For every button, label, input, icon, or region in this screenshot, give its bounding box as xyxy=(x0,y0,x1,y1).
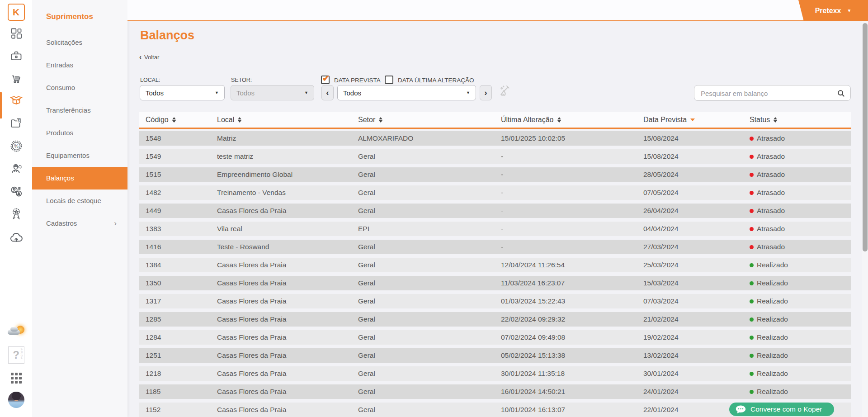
column-header-setor[interactable]: Setor xyxy=(358,112,501,128)
module-title: Suprimentos xyxy=(32,0,127,21)
table-row[interactable]: 1515 Empreendimento Global Geral - 28/05… xyxy=(139,167,851,182)
sidebar-item-entradas[interactable]: Entradas xyxy=(32,54,127,76)
cell-ultima-alteracao: 22/02/2024 09:29:32 xyxy=(501,315,643,323)
svg-text:%: % xyxy=(14,143,19,149)
cell-status: Atrasado xyxy=(750,243,851,251)
cell-status: Realizado xyxy=(750,297,851,305)
cell-data-prevista: 07/03/2024 xyxy=(643,297,750,305)
setor-label: SETOR: xyxy=(231,77,252,83)
table-row[interactable]: 1549 teste matriz Geral - 15/08/2024 Atr… xyxy=(139,149,851,164)
discounts-percent-icon[interactable]: % xyxy=(0,139,32,153)
cloud-upload-icon[interactable] xyxy=(0,231,32,245)
weather-icon[interactable] xyxy=(0,325,32,337)
cell-codigo: 1548 xyxy=(146,134,217,142)
people-security-icon[interactable] xyxy=(0,185,32,198)
sidebar-item-equipamentos[interactable]: Equipamentos xyxy=(32,144,127,167)
workforce-icon[interactable] xyxy=(0,162,32,175)
cell-ultima-alteracao: - xyxy=(501,152,643,161)
table-row[interactable]: 1284 Casas Flores da Praia Geral 07/02/2… xyxy=(139,330,851,345)
cell-ultima-alteracao: 11/03/2024 16:23:07 xyxy=(501,279,643,287)
cell-local: Empreendimento Global xyxy=(217,171,358,179)
column-header-data-prevista[interactable]: Data Prevista xyxy=(643,112,750,128)
koper-chat-button[interactable]: Converse com o Koper xyxy=(729,403,834,416)
data-ultima-checkbox[interactable] xyxy=(385,76,393,84)
cell-setor: Geral xyxy=(358,370,501,378)
chevron-left-icon: ‹ xyxy=(139,53,142,61)
table-row[interactable]: 1350 Casas Flores da Praia Geral 11/03/2… xyxy=(139,276,851,290)
help-icon[interactable]: ? AJUDA xyxy=(0,346,32,364)
column-header-status[interactable]: Status xyxy=(750,112,851,128)
icon-sidebar: K xyxy=(0,0,32,417)
period-select[interactable]: Todos▼ xyxy=(337,85,476,100)
cell-data-prevista: 24/01/2024 xyxy=(643,388,750,396)
status-label: Atrasado xyxy=(757,171,785,179)
table-row[interactable]: 1449 Casas Flores da Praia Geral - 26/04… xyxy=(139,204,851,218)
cell-codigo: 1285 xyxy=(146,315,217,323)
cell-codigo: 1515 xyxy=(146,171,217,179)
cell-data-prevista: 26/04/2024 xyxy=(643,207,750,215)
page-title: Balanços xyxy=(140,28,194,43)
table-row[interactable]: 1384 Casas Flores da Praia Geral 12/04/2… xyxy=(139,258,851,272)
quality-award-icon[interactable] xyxy=(0,207,32,220)
cell-setor: Geral xyxy=(358,171,501,179)
data-ultima-label: DATA ÚLTIMA ALTERAÇÃO xyxy=(398,77,474,84)
table-row[interactable]: 1317 Casas Flores da Praia Geral 01/03/2… xyxy=(139,294,851,308)
sidebar-item-produtos[interactable]: Produtos xyxy=(32,122,127,144)
user-avatar[interactable] xyxy=(0,392,32,408)
supplies-box-icon[interactable] xyxy=(0,93,32,107)
search-input[interactable] xyxy=(700,86,833,101)
cell-ultima-alteracao: - xyxy=(501,225,643,233)
cell-ultima-alteracao: 01/03/2024 15:22:43 xyxy=(501,297,643,305)
table-row[interactable]: 1548 Matriz ALMOXARIFADO 15/01/2025 10:0… xyxy=(139,131,851,146)
table-row[interactable]: 1251 Casas Flores da Praia Geral 05/02/2… xyxy=(139,348,851,363)
table-row[interactable]: 1285 Casas Flores da Praia Geral 22/02/2… xyxy=(139,312,851,327)
sidebar-item-transferencias[interactable]: Transferências xyxy=(32,99,127,122)
purchases-cart-icon[interactable] xyxy=(0,72,32,85)
table-row[interactable]: 1482 Treinamento - Vendas Geral - 07/05/… xyxy=(139,185,851,200)
top-bar xyxy=(127,0,868,21)
app-grid-icon[interactable] xyxy=(0,373,32,384)
cell-ultima-alteracao: 10/01/2024 16:13:07 xyxy=(501,406,643,414)
cell-setor: Geral xyxy=(358,351,501,360)
cell-local: teste matriz xyxy=(217,152,358,161)
table-row[interactable]: 1383 Vila real EPI - 04/04/2024 Atrasado xyxy=(139,222,851,236)
cell-setor: Geral xyxy=(358,189,501,197)
sidebar-item-locais-de-estoque[interactable]: Locais de estoque xyxy=(32,190,127,212)
cell-local: Casas Flores da Praia xyxy=(217,279,358,287)
data-prevista-checkbox[interactable] xyxy=(321,76,330,84)
sidebar-item-solicitacoes[interactable]: Solicitações xyxy=(32,31,127,54)
column-header-ultima-alteracao[interactable]: Última Alteração xyxy=(501,112,643,128)
status-dot xyxy=(750,173,754,177)
setor-select[interactable]: Todos▼ xyxy=(231,85,314,100)
dashboard-icon[interactable] xyxy=(0,27,32,40)
status-label: Realizado xyxy=(757,261,788,269)
cell-setor: Geral xyxy=(358,152,501,161)
account-menu-button[interactable]: Pretexx ▼ xyxy=(792,0,868,21)
chevron-down-icon: ▼ xyxy=(466,90,470,95)
column-header-codigo[interactable]: Código xyxy=(146,112,217,128)
briefcase-icon[interactable] xyxy=(0,50,32,62)
period-prev-button[interactable]: ‹ xyxy=(321,85,334,100)
sidebar-item-cadastros[interactable]: Cadastros › xyxy=(32,212,127,235)
table-row[interactable]: 1185 Casas Flores da Praia Geral 16/01/2… xyxy=(139,384,851,399)
cell-ultima-alteracao: 16/01/2024 14:50:21 xyxy=(501,388,643,396)
financial-folder-icon[interactable]: $ xyxy=(0,117,32,129)
sidebar-item-balancos[interactable]: Balanços xyxy=(32,167,127,190)
table-row[interactable]: 1416 Teste - Roswand Geral - 27/03/2024 … xyxy=(139,240,851,254)
cell-data-prevista: 15/08/2024 xyxy=(643,134,750,142)
app-logo-k[interactable]: K xyxy=(0,4,32,21)
cell-setor: Geral xyxy=(358,388,501,396)
cell-local: Casas Flores da Praia xyxy=(217,333,358,341)
table-row[interactable]: 1218 Casas Flores da Praia Geral 30/01/2… xyxy=(139,366,851,381)
status-label: Realizado xyxy=(757,297,788,305)
clear-filters-broom-icon[interactable] xyxy=(498,83,512,100)
back-link[interactable]: ‹Voltar xyxy=(139,53,159,61)
local-select[interactable]: Todos▼ xyxy=(140,85,225,100)
search-icon[interactable] xyxy=(836,89,846,100)
cell-local: Casas Flores da Praia xyxy=(217,370,358,378)
cell-ultima-alteracao: - xyxy=(501,243,643,251)
period-next-button[interactable]: › xyxy=(480,85,492,100)
sidebar-item-consumo[interactable]: Consumo xyxy=(32,76,127,99)
scrollbar-thumb[interactable] xyxy=(863,23,868,251)
column-header-local[interactable]: Local xyxy=(217,112,358,128)
